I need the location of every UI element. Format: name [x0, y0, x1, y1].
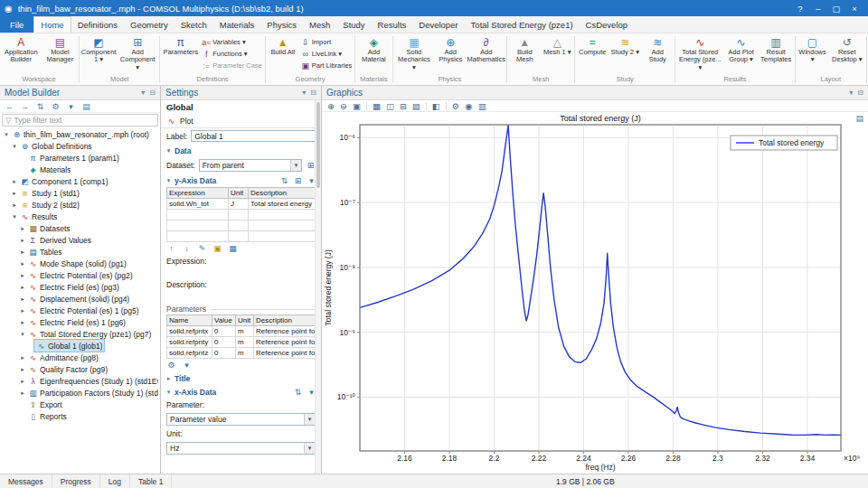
tree-item-global-definitions[interactable]: ▾ ⊚ Global Definitions — [0, 140, 160, 152]
tree-closed-arrow-icon[interactable]: ▸ — [19, 296, 26, 303]
tree-item-reports[interactable]: ▯ Reports — [0, 410, 160, 422]
settings-scrollbar[interactable] — [315, 100, 321, 474]
zoom-in-icon[interactable]: ⊕ — [327, 101, 335, 111]
y-axis-table-column-header[interactable]: Unit — [229, 188, 249, 199]
section-y-axis-data[interactable]: ▾ y-Axis Data ⇅ ⊞ ▾ — [161, 174, 321, 187]
view-grid-icon[interactable]: ▦ — [373, 101, 381, 111]
tree-item-participation-factors-study-1-std1mpf1[interactable]: ▸ ▥ Participation Factors (Study 1) (std… — [0, 387, 160, 399]
tree-closed-arrow-icon[interactable]: ▸ — [11, 190, 18, 197]
tree-item-datasets[interactable]: ▸ ▦ Datasets — [0, 222, 160, 234]
menu-tab-mesh[interactable]: Mesh — [303, 16, 336, 33]
ribbon-button-import[interactable]: ⇩Import — [299, 36, 354, 48]
parameters-table-column-header[interactable]: Value — [212, 315, 236, 326]
ribbon-button-functions[interactable]: fFunctions ▾ — [200, 48, 264, 60]
move-down-icon[interactable]: ↓ — [182, 244, 192, 253]
tree-open-arrow-icon[interactable]: ▾ — [11, 143, 18, 150]
ribbon-button-result-templates[interactable]: ▥Result Templates — [759, 34, 794, 64]
tree-item-export[interactable]: ⇪ Export — [0, 399, 160, 410]
ribbon-button-solid-mechanics[interactable]: ▦Solid Mechanics ▾ — [394, 34, 435, 71]
status-tab-table-1[interactable]: Table 1 — [130, 474, 172, 488]
description-field[interactable] — [161, 291, 321, 302]
ribbon-button-livelink[interactable]: ∞LiveLink ▾ — [299, 48, 354, 60]
tree-item-eigenfrequencies-study-1-std1evgfrq[interactable]: ▸ λ Eigenfrequencies (Study 1) (std1EvgF… — [0, 375, 160, 387]
ribbon-button-mesh-1[interactable]: △Mesh 1 ▾ — [541, 34, 573, 56]
ribbon-button-parameter-case[interactable]: :=Parameter Case — [200, 60, 264, 71]
tree-open-arrow-icon[interactable]: ▾ — [19, 331, 26, 338]
parameters-menu-icon[interactable]: ▾ — [182, 361, 192, 370]
parameters-gear-icon[interactable]: ⚙ — [166, 361, 176, 370]
parameter-dropdown[interactable]: Parameter value ▾ — [166, 413, 316, 426]
parameters-table-column-header[interactable]: Name — [167, 315, 212, 326]
menu-tab-csdevelop[interactable]: CsDevelop — [580, 16, 634, 33]
tree-closed-arrow-icon[interactable]: ▸ — [19, 272, 26, 279]
y-move-icon[interactable]: ⇅ — [279, 176, 289, 185]
back-icon[interactable]: ← — [5, 102, 14, 111]
view-quad-icon[interactable]: ▤ — [412, 101, 420, 111]
graphics-collapse-icon[interactable]: ⊟ — [857, 89, 863, 97]
save-expression-icon[interactable]: ▦ — [228, 244, 238, 253]
tree-closed-arrow-icon[interactable]: ▸ — [19, 319, 26, 326]
plot-context-icon[interactable]: ▤ — [855, 114, 863, 123]
status-tab-messages[interactable]: Messages — [0, 474, 52, 488]
status-tab-log[interactable]: Log — [100, 474, 130, 488]
minimize-icon[interactable]: – — [809, 4, 827, 14]
tree-item-tables[interactable]: ▸ ▤ Tables — [0, 246, 160, 258]
model-builder-collapse-icon[interactable]: ⊟ — [149, 89, 156, 97]
plot-settings-icon[interactable]: ⚙ — [452, 101, 460, 111]
ribbon-button-parameters[interactable]: πParameters — [161, 34, 200, 56]
ribbon-button-reset-desktop[interactable]: ↺Reset Desktop ▾ — [829, 34, 865, 64]
menu-tab-study[interactable]: Study — [336, 16, 371, 33]
parameters-divider[interactable]: Parameters — [161, 302, 321, 314]
y-axis-table-column-header[interactable]: Expression — [167, 188, 229, 199]
tree-closed-arrow-icon[interactable]: ▸ — [19, 366, 26, 373]
menu-tab-physics[interactable]: Physics — [260, 16, 303, 33]
ribbon-button-compute[interactable]: =Compute — [576, 34, 609, 56]
graphics-menu-icon[interactable]: ▾ — [849, 89, 853, 97]
x-move-icon[interactable]: ⇅ — [293, 388, 303, 397]
tree-view-icon[interactable]: ▤ — [81, 102, 91, 111]
menu-tab-materials[interactable]: Materials — [213, 16, 261, 33]
ribbon-button-model-manager[interactable]: ▤Model Manager — [42, 34, 79, 64]
tree-item-electric-field-es-pg3[interactable]: ▸ ∿ Electric Field (es) (pg3) — [0, 281, 160, 293]
ribbon-button-build-all[interactable]: ▲Build All — [267, 34, 299, 56]
ribbon-button-component-1[interactable]: ◩Component 1 ▾ — [80, 34, 117, 64]
tree-item-component-1-comp1[interactable]: ▸ ◩ Component 1 (comp1) — [0, 175, 160, 187]
plot-canvas[interactable]: 2.162.182.22.222.242.262.282.32.322.3410… — [322, 112, 868, 475]
ribbon-button-variables[interactable]: a=Variables ▾ — [200, 36, 264, 48]
tree-closed-arrow-icon[interactable]: ▸ — [19, 307, 26, 314]
tree-item-materials[interactable]: ◈ Materials — [0, 164, 160, 175]
tree-closed-arrow-icon[interactable]: ▸ — [19, 260, 26, 267]
tree-item-derived-values[interactable]: ▸ Σ Derived Values — [0, 234, 160, 246]
tree-open-arrow-icon[interactable]: ▾ — [11, 213, 18, 221]
ribbon-button-study-2[interactable]: ≋Study 2 ▾ — [609, 34, 641, 56]
ribbon-button-add-component[interactable]: ⊞Add Component ▾ — [117, 34, 158, 71]
unit-dropdown[interactable]: Hz ▾ — [166, 442, 316, 455]
plot-button[interactable]: ∿ Plot — [161, 114, 321, 128]
ribbon-button-add-plot-group[interactable]: ∿Add Plot Group ▾ — [723, 34, 759, 64]
menu-tab-geometry[interactable]: Geometry — [124, 16, 175, 33]
ribbon-button-part-libraries[interactable]: ▣Part Libraries — [299, 60, 354, 71]
tree-item-electric-potential-es-pg2[interactable]: ▸ ∿ Electric Potential (es) (pg2) — [0, 269, 160, 281]
ribbon-button-add-study[interactable]: ≋Add Study — [641, 34, 674, 64]
tree-closed-arrow-icon[interactable]: ▸ — [19, 389, 26, 397]
tree-closed-arrow-icon[interactable]: ▸ — [11, 178, 18, 185]
menu-tab-file[interactable]: File — [0, 16, 33, 33]
tree-closed-arrow-icon[interactable]: ▸ — [19, 225, 26, 232]
tree-closed-arrow-icon[interactable]: ▸ — [11, 202, 18, 209]
edit-expression-icon[interactable]: ✎ — [197, 244, 207, 253]
tree-item-electric-potential-es-1-pg5[interactable]: ▸ ∿ Electric Potential (es) 1 (pg5) — [0, 305, 160, 316]
tree-item-admittance-pg8[interactable]: ▸ ∿ Admittance (pg8) — [0, 352, 160, 363]
menu-tab-home[interactable]: Home — [33, 16, 71, 33]
ribbon-button-total-stored-energy-pze[interactable]: ∿Total Stored Energy (pze... ▾ — [676, 34, 723, 71]
settings-collapse-icon[interactable]: ⊟ — [310, 89, 316, 97]
menu-tab-developer[interactable]: Developer — [412, 16, 464, 33]
status-tab-progress[interactable]: Progress — [52, 474, 100, 488]
ribbon-button-add-mathematics[interactable]: ∂Add Mathematics — [467, 34, 505, 64]
expression-field[interactable] — [161, 267, 321, 278]
tree-open-arrow-icon[interactable]: ▾ — [3, 131, 10, 138]
tree-item-results[interactable]: ▾ ∿ Results — [0, 211, 160, 222]
view-split-v-icon[interactable]: ⊟ — [400, 101, 407, 111]
section-title[interactable]: ▸ Title — [161, 371, 321, 385]
tree-item-study-1-std1[interactable]: ▸ ≋ Study 1 (std1) — [0, 187, 160, 199]
zoom-extents-icon[interactable]: ▣ — [353, 101, 361, 111]
